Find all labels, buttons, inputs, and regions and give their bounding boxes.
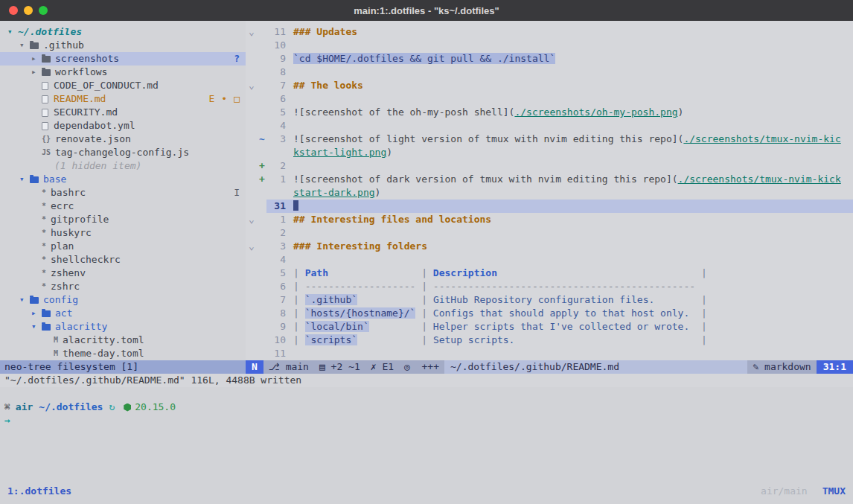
close-button[interactable] <box>9 6 18 15</box>
chevron-right-icon[interactable]: ▸ <box>31 52 42 66</box>
tree-item[interactable]: *plan <box>0 240 246 253</box>
item-marker: • <box>221 92 227 106</box>
fold-icon[interactable]: ⌄ <box>246 25 258 39</box>
editor-pane[interactable]: ⌄ 11### Updates 10 9`cd $HOME/.dotfiles … <box>246 21 853 360</box>
line-number: 3 <box>266 133 286 146</box>
editor-line[interactable]: 9| `local/bin` | Helper scripts that I'v… <box>246 320 853 334</box>
folder-icon <box>30 176 39 183</box>
tree-item-label: tag-changelog-config.js <box>55 146 189 159</box>
tree-item[interactable]: ▾~/.dotfiles <box>0 25 246 39</box>
shell-input-line[interactable]: → <box>0 414 853 427</box>
fold-icon[interactable]: ⌄ <box>246 79 258 92</box>
editor-line[interactable]: ⌄ 11### Updates <box>246 25 853 39</box>
chevron-down-icon[interactable]: ▾ <box>19 173 30 186</box>
tree-item[interactable]: ▾alacritty <box>0 320 246 334</box>
editor-line[interactable]: 5![screenshot of the oh-my-posh shell](.… <box>246 106 853 119</box>
tree-item[interactable]: SECURITY.md <box>0 106 246 119</box>
tree-item[interactable]: ▸screenshots? <box>0 52 246 66</box>
editor-line[interactable]: 8 <box>246 66 853 79</box>
document-icon <box>42 109 48 117</box>
editor-line[interactable]: 11 <box>246 347 853 360</box>
editor-line[interactable]: ⌄ 7## The looks <box>246 79 853 92</box>
editor-line[interactable]: 10| `scripts` | Setup scripts. | <box>246 334 853 347</box>
chevron-down-icon[interactable]: ▾ <box>31 320 42 334</box>
titlebar: main:1:.dotfiles - "ks~/.dotfiles" <box>0 0 853 21</box>
fold-icon[interactable]: ⌄ <box>246 240 258 253</box>
line-text: ## The looks <box>286 79 853 92</box>
tree-item[interactable]: {}renovate.json <box>0 133 246 146</box>
editor-line[interactable]: 8| `hosts/{hostname}/` | Configs that sh… <box>246 307 853 320</box>
tree-item[interactable]: *huskyrc <box>0 226 246 240</box>
tmux-window-tab[interactable]: 1:.dotfiles <box>7 485 71 498</box>
line-text: `cd $HOME/.dotfiles && git pull && ./ins… <box>286 52 853 66</box>
line-number: 10 <box>266 334 286 347</box>
chevron-down-icon[interactable]: ▾ <box>19 39 30 52</box>
text-segment: ## The looks <box>293 80 363 91</box>
editor-line[interactable]: ~3![screenshot of light version of tmux … <box>246 133 853 146</box>
editor-line[interactable]: +1![screenshot of dark version of tmux w… <box>246 173 853 186</box>
tree-item[interactable]: ▾config <box>0 293 246 307</box>
line-number: 6 <box>266 280 286 293</box>
tree-item[interactable]: *bashrcI <box>0 186 246 200</box>
tree-item[interactable]: ▸workflows <box>0 66 246 79</box>
editor-line[interactable]: 6| ------------------- | ---------------… <box>246 280 853 293</box>
sign-column <box>258 52 266 66</box>
line-text: ### Updates <box>286 25 853 39</box>
tree-item[interactable]: (1 hidden item) <box>0 159 246 173</box>
tree-item[interactable]: *shellcheckrc <box>0 253 246 267</box>
text-segment: Helper scripts that I've collected or wr… <box>433 321 689 332</box>
tree-item[interactable]: dependabot.yml <box>0 119 246 133</box>
editor-line[interactable]: ⌄ 3### Interesting folders <box>246 240 853 253</box>
tree-item[interactable]: ▾.github <box>0 39 246 52</box>
fold-icon[interactable]: ⌄ <box>246 213 258 226</box>
editor-line[interactable]: 4 <box>246 119 853 133</box>
git-sign: ~ <box>258 133 266 146</box>
text-segment: | <box>695 334 707 345</box>
tree-item[interactable]: *zshrc <box>0 280 246 293</box>
editor-line[interactable]: 2 <box>246 226 853 240</box>
editor-line[interactable]: 9`cd $HOME/.dotfiles && git pull && ./in… <box>246 52 853 66</box>
tree-item[interactable]: CODE_OF_CONDUCT.md <box>0 79 246 92</box>
asterisk-icon: * <box>42 280 46 293</box>
tmux-right-status: air/main TMUX <box>761 485 846 498</box>
line-text: ### Interesting folders <box>286 240 853 253</box>
editor-line[interactable]: 5| Path | Description | <box>246 267 853 280</box>
editor-line[interactable]: kstart-light.png) <box>246 146 853 159</box>
chevron-down-icon[interactable]: ▾ <box>19 293 30 307</box>
tree-item[interactable]: README.mdE•□ <box>0 92 246 106</box>
tree-item[interactable]: *ecrc <box>0 200 246 213</box>
text-segment: ![screenshot of dark version of tmux wit… <box>293 173 678 185</box>
editor-line[interactable]: 6 <box>246 92 853 106</box>
editor-line[interactable]: 31 <box>246 200 853 213</box>
editor-line[interactable]: 7| `.github` | GitHub Repository configu… <box>246 293 853 307</box>
minimize-button[interactable] <box>24 6 33 15</box>
chevron-right-icon[interactable]: ▸ <box>31 307 42 320</box>
tree-item-label: shellcheckrc <box>51 253 121 267</box>
tree-item[interactable]: *zshenv <box>0 267 246 280</box>
line-number: 1 <box>266 173 286 186</box>
neo-tree-panel[interactable]: ▾~/.dotfiles▾.github▸screenshots?▸workfl… <box>0 21 246 360</box>
editor-line[interactable]: +2 <box>246 159 853 173</box>
editor-line[interactable]: 4 <box>246 253 853 267</box>
tree-item[interactable]: *gitprofile <box>0 213 246 226</box>
item-markers: E•□ <box>209 92 240 106</box>
tree-item-label: .github <box>43 39 84 52</box>
editor-line[interactable]: start-dark.png) <box>246 186 853 200</box>
tree-item[interactable]: ▸act <box>0 307 246 320</box>
editor-line[interactable]: ⌄ 1## Interesting files and locations <box>246 213 853 226</box>
chevron-down-icon[interactable]: ▾ <box>7 25 18 39</box>
tree-item[interactable]: ▾base <box>0 173 246 186</box>
chevron-right-icon[interactable]: ▸ <box>31 66 42 79</box>
shell-pane[interactable]: air ~/.dotfiles 20.15.0 → 1:.dotfiles ai… <box>0 387 853 504</box>
zoom-button[interactable] <box>39 6 48 15</box>
text-segment <box>689 321 695 332</box>
tree-item-label: bashrc <box>51 186 86 200</box>
tree-item[interactable]: Mtheme-day.toml <box>0 347 246 360</box>
tree-item[interactable]: Malacritty.toml <box>0 334 246 347</box>
editor-line[interactable]: 10 <box>246 39 853 52</box>
line-number: 7 <box>266 293 286 307</box>
line-number: 11 <box>266 347 286 360</box>
sign-column <box>258 307 266 320</box>
tree-item[interactable]: JStag-changelog-config.js <box>0 146 246 159</box>
text-segment: ./screenshots/tmux-nvim-kic <box>683 133 840 144</box>
